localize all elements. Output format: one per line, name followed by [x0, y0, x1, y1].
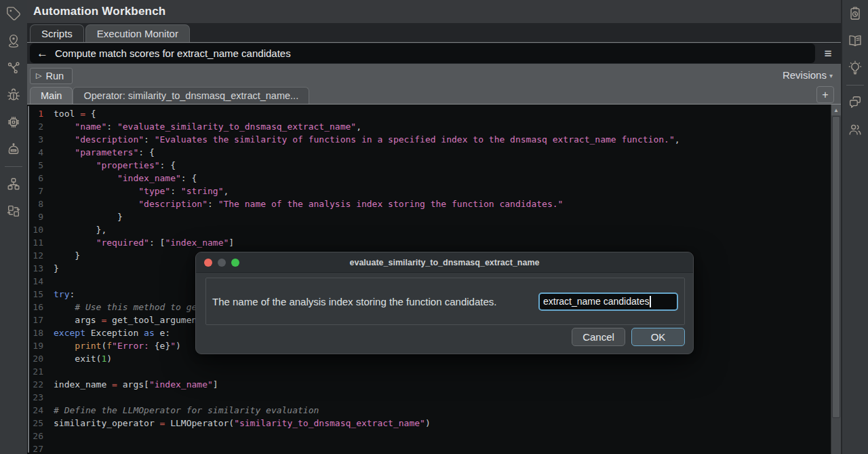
- chat-bubbles-icon[interactable]: [842, 89, 868, 116]
- page-title: Automation Workbench: [33, 5, 165, 18]
- line-number: 19: [27, 339, 43, 352]
- bug-icon[interactable]: [0, 81, 27, 109]
- ok-button[interactable]: OK: [631, 328, 685, 346]
- line-number: 20: [27, 352, 43, 365]
- hamburger-menu-icon[interactable]: ≡: [815, 46, 841, 61]
- line-number: 4: [27, 146, 43, 159]
- chevron-down-icon: ▾: [829, 72, 833, 79]
- line-number: 23: [27, 391, 43, 404]
- line-number: 3: [27, 133, 43, 146]
- run-label: Run: [45, 71, 64, 81]
- tab-scripts[interactable]: Scripts: [30, 24, 84, 42]
- main-area: Automation Workbench Scripts Execution M…: [27, 0, 841, 454]
- run-button[interactable]: ▷ Run: [30, 68, 73, 84]
- line-number: 25: [27, 417, 43, 430]
- zoom-button[interactable]: [231, 259, 239, 267]
- app-header: Automation Workbench: [27, 0, 841, 23]
- dialog-body: The name of the analysis index storing t…: [196, 273, 693, 354]
- line-number: 7: [27, 185, 43, 197]
- users-icon[interactable]: [842, 116, 868, 143]
- code-line: 22index_name = args["index_name"]: [27, 378, 841, 391]
- parameter-panel: The name of the analysis index storing t…: [205, 278, 685, 325]
- editor-scrollbar[interactable]: ▲: [831, 105, 841, 454]
- share-nodes-icon[interactable]: [0, 54, 27, 81]
- lightbulb-icon[interactable]: [842, 54, 868, 81]
- line-number: 5: [27, 159, 43, 172]
- back-arrow-icon[interactable]: ←: [37, 47, 48, 60]
- code-line: 21: [27, 365, 841, 378]
- line-number: 10: [27, 223, 43, 236]
- sidebar-divider: [846, 85, 864, 86]
- swap-boxes-icon[interactable]: [0, 197, 27, 225]
- dialog-title: evaluate_similarity_to_dnsmasq_extract_n…: [196, 258, 693, 267]
- code-line: 10 },: [27, 223, 841, 236]
- line-number: 12: [27, 249, 43, 262]
- code-line: 23: [27, 391, 841, 404]
- run-row: ▷ Run Revisions ▾: [27, 64, 841, 86]
- robot-icon[interactable]: [0, 136, 27, 163]
- right-sidebar: [841, 0, 868, 454]
- line-number: 24: [27, 404, 43, 417]
- code-line: 9 }: [27, 210, 841, 223]
- script-title-bar: ← Compute match scores for extract_name …: [30, 43, 815, 63]
- scroll-up-button[interactable]: ▲: [831, 105, 841, 115]
- code-line: 1tool = {: [27, 107, 841, 120]
- line-number: 16: [27, 301, 43, 314]
- text-caret: [650, 296, 651, 307]
- code-line: 3 "description": "Evaluates the similari…: [27, 133, 841, 146]
- line-number: 13: [27, 262, 43, 275]
- play-icon: ▷: [36, 72, 41, 79]
- line-number: 26: [27, 430, 43, 442]
- line-number: 9: [27, 210, 43, 223]
- parameter-input[interactable]: extract_name candidates: [538, 292, 678, 311]
- code-line: 5 "properties": {: [27, 159, 841, 172]
- code-line: 4 "parameters": {: [27, 146, 841, 159]
- line-number: 2: [27, 120, 43, 133]
- parameter-input-value: extract_name candidates: [543, 296, 649, 307]
- open-book-icon[interactable]: [842, 27, 868, 54]
- line-number: 11: [27, 236, 43, 249]
- line-number: 14: [27, 275, 43, 288]
- main-tab-bar: Scripts Execution Monitor: [27, 23, 841, 42]
- script-title-row: ← Compute match scores for extract_name …: [27, 42, 841, 64]
- minimize-button[interactable]: [218, 259, 226, 267]
- traffic-lights: [196, 259, 239, 267]
- tab-editor-main[interactable]: Main: [30, 87, 73, 104]
- tab-editor-operator[interactable]: Operator: similarity_to_dnsmasq_extract_…: [73, 87, 309, 104]
- sidebar-divider: [5, 166, 22, 167]
- left-sidebar: [0, 0, 27, 454]
- tag-icon[interactable]: [0, 0, 27, 27]
- code-line: 6 "index_name": {: [27, 172, 841, 185]
- code-line: 25similarity_operator = LLMOperator("sim…: [27, 417, 841, 430]
- line-number: 27: [27, 442, 43, 454]
- scrollbar-thumb[interactable]: [832, 116, 840, 418]
- close-button[interactable]: [204, 259, 212, 267]
- line-number: 18: [27, 326, 43, 339]
- clipboard-clock-icon[interactable]: [842, 0, 868, 27]
- chip-icon[interactable]: [0, 109, 27, 136]
- parameter-label: The name of the analysis index storing t…: [212, 296, 496, 307]
- revisions-dropdown[interactable]: Revisions ▾: [783, 69, 833, 81]
- line-number: 1: [27, 107, 43, 120]
- cancel-button[interactable]: Cancel: [572, 328, 625, 346]
- line-number: 8: [27, 197, 43, 210]
- code-line: 24# Define the LLMOperator for similarit…: [27, 404, 841, 417]
- toolbar: ▷ Run Revisions ▾ Main Operator: similar…: [27, 64, 841, 104]
- code-line: 11 "required": ["index_name"]: [27, 236, 841, 249]
- code-line: 8 "description": "The name of the analys…: [27, 197, 841, 210]
- app-window: Automation Workbench Scripts Execution M…: [0, 0, 868, 454]
- code-line: 26: [27, 430, 841, 442]
- location-pin-icon[interactable]: [0, 27, 27, 54]
- add-tab-button[interactable]: +: [816, 86, 834, 103]
- editor-tab-bar: Main Operator: similarity_to_dnsmasq_ext…: [27, 86, 841, 104]
- code-line: 27: [27, 442, 841, 454]
- dialog-titlebar: evaluate_similarity_to_dnsmasq_extract_n…: [196, 252, 693, 273]
- code-line: 7 "type": "string",: [27, 185, 841, 197]
- revisions-label: Revisions: [783, 69, 827, 81]
- parameter-dialog: evaluate_similarity_to_dnsmasq_extract_n…: [195, 252, 694, 354]
- script-title: Compute match scores for extract_name ca…: [55, 48, 291, 59]
- tab-execution-monitor[interactable]: Execution Monitor: [85, 24, 190, 42]
- line-number: 17: [27, 314, 43, 326]
- line-number: 21: [27, 365, 43, 378]
- sitemap-icon[interactable]: [0, 170, 27, 197]
